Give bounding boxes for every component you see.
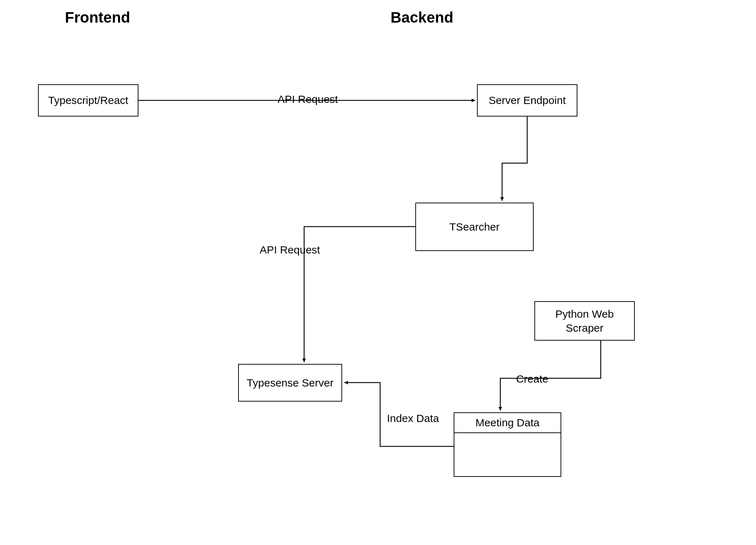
edge-label-api-request-1: API Request — [276, 93, 339, 105]
node-meeting-data-body — [454, 433, 561, 476]
node-tsearcher: TSearcher — [415, 203, 534, 251]
section-title-backend: Backend — [391, 9, 453, 26]
edge-label-create: Create — [515, 373, 550, 385]
edge-label-api-request-2: API Request — [258, 244, 321, 256]
edge-label-index-data: Index Data — [386, 412, 440, 425]
node-meeting-data: Meeting Data — [454, 412, 561, 477]
section-title-frontend: Frontend — [65, 9, 130, 26]
node-server-endpoint: Server Endpoint — [477, 84, 577, 117]
node-typescript-react: Typescript/React — [38, 84, 138, 117]
node-python-web-scraper: Python Web Scraper — [534, 301, 635, 341]
diagram-arrows — [0, 0, 756, 545]
node-typesense-server: Typesense Server — [238, 364, 342, 402]
node-meeting-data-label: Meeting Data — [454, 413, 561, 433]
